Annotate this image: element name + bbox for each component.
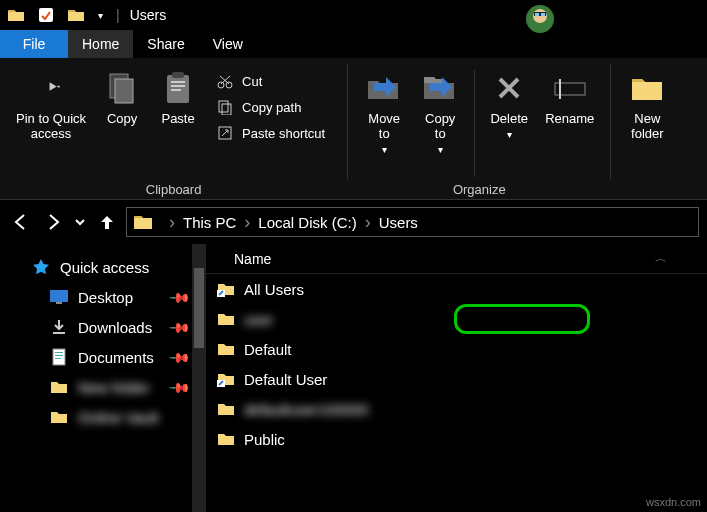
file-name: user	[244, 311, 273, 328]
up-button[interactable]	[94, 209, 120, 235]
list-item[interactable]: Default	[206, 334, 707, 364]
copy-button[interactable]: Copy	[94, 64, 150, 197]
svg-point-13	[218, 82, 224, 88]
sidebar-item-label: Online Vault	[78, 409, 159, 426]
cut-button[interactable]: Cut	[210, 68, 331, 94]
svg-rect-24	[55, 352, 63, 353]
pin-icon	[31, 68, 71, 108]
recent-locations-button[interactable]	[72, 209, 88, 235]
move-to-button[interactable]: Move to ▾	[356, 64, 412, 197]
svg-point-14	[226, 82, 232, 88]
folder-shortcut-icon	[216, 369, 236, 389]
svg-rect-10	[171, 81, 185, 83]
sidebar-item-label: Quick access	[60, 259, 149, 276]
list-item[interactable]: Public	[206, 424, 707, 454]
svg-rect-12	[171, 89, 181, 91]
scrollbar-thumb[interactable]	[194, 268, 204, 348]
paste-shortcut-button[interactable]: Paste shortcut	[210, 120, 331, 146]
folder-icon	[216, 339, 236, 359]
svg-rect-0	[39, 8, 53, 22]
folder-shortcut-icon	[216, 279, 236, 299]
file-name: Default User	[244, 371, 327, 388]
chevron-right-icon[interactable]: ›	[169, 212, 175, 233]
sidebar-item-label: New folder	[78, 379, 150, 396]
pin-to-quick-access-button[interactable]: Pin to Quick access	[8, 64, 94, 197]
delete-button[interactable]: Delete ▾	[481, 64, 537, 197]
rename-button[interactable]: Rename	[537, 64, 602, 197]
group-label-organize: Organize	[348, 182, 610, 197]
folder-icon	[133, 213, 153, 231]
file-list: Name ︿ All Users user Default Default	[206, 244, 707, 512]
copy-path-button[interactable]: Copy path	[210, 94, 331, 120]
svg-rect-23	[53, 349, 65, 365]
file-name: defaultuser100000	[244, 401, 368, 418]
sidebar-item-folder[interactable]: Online Vault	[0, 402, 206, 432]
crumb-this-pc[interactable]: This PC	[183, 214, 236, 231]
svg-rect-7	[115, 79, 133, 103]
tab-share[interactable]: Share	[133, 30, 198, 58]
rename-icon	[550, 68, 590, 108]
file-name: Public	[244, 431, 285, 448]
svg-rect-16	[222, 104, 231, 115]
svg-rect-9	[172, 72, 184, 78]
quick-access[interactable]: Quick access	[0, 252, 206, 282]
body: Quick access Desktop 📌 Downloads 📌 Docum…	[0, 244, 707, 512]
column-header-name[interactable]: Name ︿	[206, 244, 707, 274]
chevron-right-icon[interactable]: ›	[365, 212, 371, 233]
copy-to-button[interactable]: Copy to ▾	[412, 64, 468, 197]
svg-rect-4	[535, 13, 539, 16]
pin-icon: 📌	[168, 345, 191, 368]
folder-icon	[216, 309, 236, 329]
avatar	[523, 2, 557, 36]
svg-rect-20	[50, 290, 68, 302]
dropdown-icon[interactable]: ▾	[94, 3, 106, 27]
svg-rect-21	[56, 302, 62, 304]
paste-button[interactable]: Paste	[150, 64, 206, 197]
file-name: All Users	[244, 281, 304, 298]
star-icon	[30, 258, 52, 276]
sidebar-item-documents[interactable]: Documents 📌	[0, 342, 206, 372]
svg-rect-26	[55, 358, 61, 359]
list-item[interactable]: Default User	[206, 364, 707, 394]
folder-icon-2	[64, 3, 88, 27]
documents-icon	[48, 348, 70, 366]
svg-rect-25	[55, 355, 63, 356]
crumb-local-disk[interactable]: Local Disk (C:)	[258, 214, 356, 231]
sidebar-item-desktop[interactable]: Desktop 📌	[0, 282, 206, 312]
sort-indicator-icon: ︿	[655, 250, 667, 267]
chevron-right-icon[interactable]: ›	[244, 212, 250, 233]
sidebar-item-label: Desktop	[78, 289, 133, 306]
svg-rect-11	[171, 85, 185, 87]
list-item[interactable]: All Users	[206, 274, 707, 304]
sidebar-item-downloads[interactable]: Downloads 📌	[0, 312, 206, 342]
window-title: Users	[130, 7, 167, 23]
forward-button[interactable]	[40, 209, 66, 235]
scrollbar[interactable]	[192, 244, 206, 512]
folder-icon	[216, 399, 236, 419]
delete-icon	[489, 68, 529, 108]
new-folder-icon	[627, 68, 667, 108]
svg-rect-5	[541, 13, 545, 16]
separator: |	[116, 7, 120, 23]
address-bar[interactable]: › This PC › Local Disk (C:) › Users	[126, 207, 699, 237]
desktop-icon	[48, 290, 70, 304]
new-folder-button[interactable]: New folder	[619, 64, 675, 197]
tab-view[interactable]: View	[199, 30, 257, 58]
tab-home[interactable]: Home	[68, 30, 133, 58]
watermark: wsxdn.com	[646, 496, 701, 508]
folder-icon	[48, 380, 70, 394]
tab-file[interactable]: File	[0, 30, 68, 58]
chevron-down-icon: ▾	[507, 129, 512, 140]
pin-icon: 📌	[168, 315, 191, 338]
copy-icon	[102, 68, 142, 108]
menubar: File Home Share View	[0, 30, 707, 58]
list-item[interactable]: defaultuser100000	[206, 394, 707, 424]
crumb-users[interactable]: Users	[379, 214, 418, 231]
pin-icon: 📌	[168, 375, 191, 398]
svg-rect-22	[53, 332, 65, 334]
back-button[interactable]	[8, 209, 34, 235]
properties-icon[interactable]	[34, 3, 58, 27]
pin-icon: 📌	[168, 285, 191, 308]
sidebar-item-folder[interactable]: New folder 📌	[0, 372, 206, 402]
list-item[interactable]: user	[206, 304, 707, 334]
